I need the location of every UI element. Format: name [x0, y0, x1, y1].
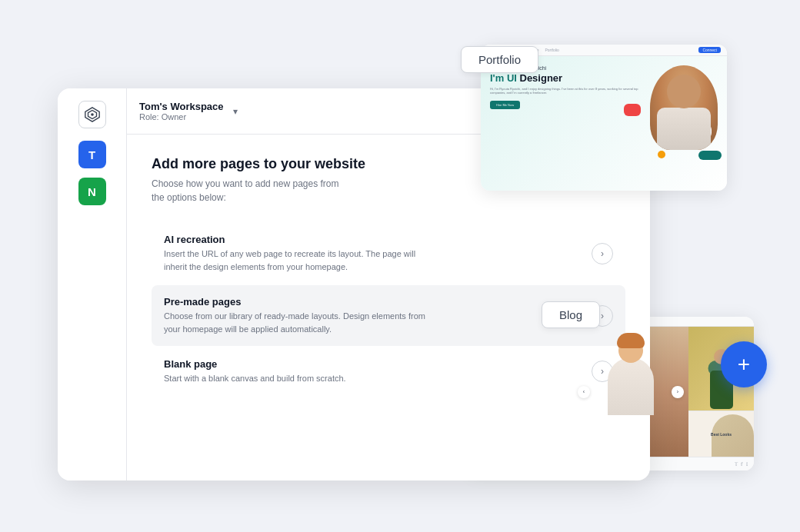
blog-person-hair — [617, 333, 645, 348]
sidebar-avatar-t[interactable]: T — [78, 141, 106, 168]
option-premade-desc: Choose from our library of ready-made la… — [164, 310, 425, 335]
option-ai-recreation[interactable]: AI recreation Insert the URL of any web … — [152, 223, 625, 284]
blog-label: Blog — [542, 301, 600, 328]
portfolio-ui: UI — [507, 72, 517, 84]
blog-best-text: Best Looks — [711, 432, 732, 437]
add-page-button[interactable]: + — [721, 341, 767, 387]
sidebar-avatar-n[interactable]: N — [78, 178, 106, 205]
portfolio-body: Hi! I am Ryouta Ryoichi I'm UI Designer … — [481, 56, 727, 191]
blog-best-looks: Best Looks — [688, 411, 754, 457]
blog-person-body — [608, 357, 654, 415]
portfolio-left: Hi! I am Ryouta Ryoichi I'm UI Designer … — [490, 65, 645, 181]
option-ai-title: AI recreation — [164, 234, 425, 245]
blog-label-text: Blog — [559, 308, 582, 321]
blog-arrow-left[interactable]: ‹ — [578, 386, 590, 398]
instagram-icon: 𝕀 — [746, 461, 748, 467]
sidebar-logo — [78, 101, 106, 128]
option-premade-text: Pre-made pages Choose from our library o… — [164, 296, 425, 335]
option-blank-page[interactable]: Blank page Start with a blank canvas and… — [152, 347, 625, 396]
avatar-n-label: N — [88, 185, 96, 198]
option-ai-text: AI recreation Insert the URL of any web … — [164, 234, 425, 273]
workspace-role: Role: Owner — [139, 112, 224, 121]
sidebar: T N — [58, 88, 127, 480]
portfolio-designer-title: I'm UI Designer — [490, 72, 645, 85]
teal-bar — [698, 151, 722, 160]
scene: Portfolio Home About Me Service Portfoli… — [0, 0, 800, 532]
avatar-t-label: T — [88, 148, 95, 161]
speech-bubble — [624, 104, 641, 116]
portfolio-label: Portfolio — [461, 46, 538, 73]
avatar-head — [667, 75, 701, 108]
yellow-dot — [658, 151, 665, 158]
twitter-icon: 𝕋 — [735, 461, 738, 467]
avatar-body — [657, 108, 711, 150]
facebook-icon: 𝕗 — [741, 461, 743, 467]
portfolio-cta-btn[interactable]: Hire Me Now — [490, 101, 520, 109]
portfolio-nav-portfolio: Portfolio — [545, 48, 558, 52]
portfolio-right — [648, 65, 718, 181]
svg-point-2 — [91, 113, 94, 116]
portfolio-avatar — [650, 65, 718, 150]
plus-icon: + — [738, 352, 750, 377]
workspace-info: Tom's Workspace Role: Owner — [139, 101, 224, 121]
workspace-name: Tom's Workspace — [139, 101, 224, 112]
portfolio-connect-btn[interactable]: Connect — [698, 47, 721, 53]
portfolio-label-text: Portfolio — [478, 53, 521, 66]
logo-icon — [84, 106, 101, 123]
blog-arrow-right[interactable]: › — [672, 386, 684, 398]
option-premade-title: Pre-made pages — [164, 296, 425, 308]
option-ai-desc: Insert the URL of any web page to recrea… — [164, 248, 425, 273]
option-blank-text: Blank page Start with a blank canvas and… — [164, 358, 346, 385]
chevron-down-icon: ▾ — [233, 106, 238, 117]
blog-social-icons: 𝕋 𝕗 𝕀 — [735, 461, 748, 467]
portfolio-im: I'm — [490, 72, 507, 84]
option-blank-desc: Start with a blank canvas and build from… — [164, 372, 346, 385]
portfolio-desc: Hi, I'm Ryouta Ryoichi, and I enjoy desi… — [490, 87, 645, 95]
option-blank-title: Blank page — [164, 358, 346, 370]
option-ai-arrow[interactable]: › — [592, 243, 613, 264]
